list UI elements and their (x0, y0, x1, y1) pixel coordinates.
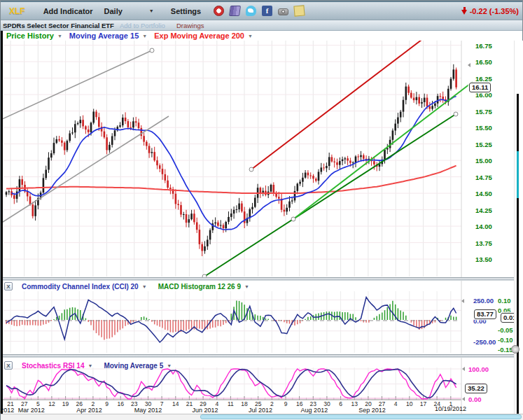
macd-indicator-dropdown[interactable]: MACD Histogram 12 26 9 (158, 283, 241, 290)
month-label: Sep 2012 (358, 407, 386, 414)
macd-tick-label: 0.10 (498, 297, 511, 304)
cci-tick-label: 250.00 (473, 296, 494, 304)
price-tick-label: 15.75 (475, 107, 492, 115)
day-tick-label: 10 (406, 400, 412, 407)
axis-collapse-icon[interactable] (462, 397, 465, 401)
last-price-badge: 16.11 (469, 83, 491, 92)
price-tick-label: 15.00 (475, 157, 492, 164)
chevron-down-icon[interactable]: ▼ (244, 284, 249, 289)
twitter-icon[interactable] (246, 6, 256, 16)
price-tick-label: 16.25 (475, 74, 492, 82)
day-tick-label: 6 (339, 400, 342, 407)
add-to-portfolio-link[interactable]: Add to Portfolio (120, 22, 165, 29)
close-panel-button[interactable]: X (4, 282, 13, 290)
symbol-label[interactable]: XLF (9, 6, 25, 16)
chevron-down-icon[interactable]: ▼ (248, 34, 253, 38)
price-tick-label: 14.00 (475, 223, 492, 230)
price-tick-label: 15.50 (475, 124, 492, 132)
drawings-link[interactable]: Drawings (176, 22, 204, 29)
last-date-label: 10/19/2012 (435, 405, 466, 412)
price-tick-label: 14.75 (475, 173, 492, 181)
ma15-dropdown[interactable]: Moving Average 15 (69, 31, 139, 40)
stoch-ma-line (6, 369, 456, 398)
day-tick-label: 12 (48, 400, 55, 407)
gray-channel-upper (1, 50, 152, 120)
close-panel-button[interactable]: X (4, 361, 13, 370)
month-label: Jun 2012 (192, 407, 218, 414)
macd-tick-label: -0.05 (498, 326, 513, 334)
chevron-down-icon[interactable]: ▼ (57, 34, 62, 38)
cci-tick-label: -250.00 (473, 337, 496, 345)
price-tick-label: 13.75 (475, 239, 492, 246)
timeframe-value: Daily (104, 7, 123, 15)
day-tick-label: 13 (351, 400, 358, 407)
price-tick-label: 16.75 (475, 41, 492, 49)
day-tick-label: 14 (172, 400, 179, 407)
chevron-down-icon: ▼ (149, 8, 154, 13)
day-tick-label: 9 (105, 400, 109, 407)
day-tick-label: 4 (394, 400, 398, 407)
instrument-name: SPDRs Select Sector Financial ETF (3, 22, 114, 29)
stoch-ma-dropdown[interactable]: Moving Average 5 (104, 362, 163, 370)
day-tick-label: 11 (228, 400, 234, 407)
panel-separator[interactable] (1, 277, 522, 281)
cci-indicator-dropdown[interactable]: Commodity Channel Index (CCI) 20 (22, 283, 139, 290)
stoch-panel-header: X Stochastics RSI 14 ▼ Moving Average 5 … (1, 360, 172, 370)
day-tick-label: 17 (420, 400, 426, 407)
stoch-value-badge: 35.22 (465, 384, 487, 393)
stoch-indicator-dropdown[interactable]: Stochastics RSI 14 (22, 362, 84, 370)
panel-separator[interactable] (1, 354, 522, 358)
timeframe-select[interactable]: Daily ▼ (104, 7, 154, 15)
price-change: -0.22 (-1.35%) (461, 7, 519, 15)
day-tick-label: 9 (284, 400, 288, 407)
add-indicator-button[interactable]: Add Indicator (43, 7, 93, 15)
chevron-down-icon[interactable]: ▼ (142, 34, 147, 38)
panel-options-icon[interactable] (511, 345, 519, 354)
ema200-dropdown[interactable]: Exp Moving Average 200 (154, 31, 244, 40)
price-tick-label: 14.50 (475, 190, 492, 197)
price-tick-label: 16.50 (475, 58, 492, 66)
vertical-scrollbar-highlight (517, 151, 519, 198)
vertical-scrollbar-thumb[interactable] (517, 94, 519, 415)
price-tick-label: 15.25 (475, 140, 492, 148)
month-label: May 2012 (134, 407, 162, 414)
main-toolbar: XLF Add Indicator Daily ▼ Settings -0.22… (1, 1, 522, 20)
chevron-down-icon[interactable]: ▼ (142, 284, 147, 289)
cci-panel-header: X Commodity Channel Index (CCI) 20 ▼ MAC… (1, 281, 249, 291)
day-tick-label: 16 (117, 400, 123, 407)
month-label: Apr 2012 (76, 407, 102, 414)
axis-collapse-icon[interactable] (462, 367, 465, 371)
price-tick-label: 13.50 (475, 255, 492, 263)
notes-icon[interactable] (294, 5, 305, 16)
snapshot-icon[interactable] (278, 8, 288, 15)
stoch-tick-label: 100.00 (468, 365, 489, 373)
axis-collapse-icon[interactable] (461, 299, 464, 303)
month-label: 2012 (0, 407, 14, 414)
stoch-tick-label: 0.00 (468, 396, 482, 403)
cci-value-badge: 83.77 (474, 309, 496, 319)
toolbar-icons (211, 6, 307, 16)
day-tick-label: 19 (62, 400, 69, 407)
month-label: Jul 2012 (249, 407, 272, 414)
portfolio-icon[interactable] (229, 6, 241, 16)
chart-window: 16.7516.5016.2516.0015.7515.5015.2515.00… (0, 0, 523, 420)
facebook-icon[interactable] (262, 6, 272, 16)
price-tick-label: 14.25 (475, 206, 492, 214)
down-arrow-icon (461, 7, 468, 15)
gridlines-layer (1, 41, 461, 414)
horizontal-scrollbar-thumb[interactable] (200, 414, 522, 419)
month-label: Aug 2012 (301, 407, 328, 414)
settings-button[interactable]: Settings (171, 7, 201, 15)
axis-collapse-icon[interactable] (468, 63, 470, 67)
indicator-bar: Price History ▼ Moving Average 15 ▼ Exp … (1, 31, 522, 41)
green-trendline-long (204, 114, 456, 276)
chevron-down-icon[interactable]: ▼ (167, 363, 172, 368)
day-tick-label: 18 (241, 400, 247, 407)
alerts-icon[interactable] (214, 6, 224, 16)
green-trendline-steep (293, 82, 473, 219)
change-value: -0.22 (-1.35%) (470, 7, 519, 15)
chevron-down-icon[interactable]: ▼ (88, 363, 92, 368)
ema200-line (6, 166, 456, 194)
price-history-dropdown[interactable]: Price History (6, 31, 54, 40)
gray-channel-lower (1, 116, 169, 223)
